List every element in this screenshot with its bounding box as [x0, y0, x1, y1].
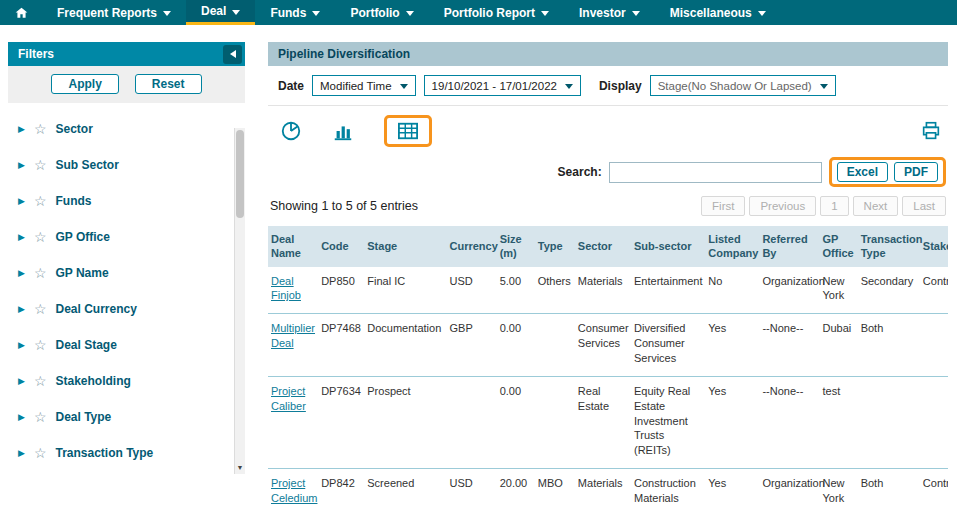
deal-name-link[interactable]: Project Caliber	[271, 385, 306, 412]
printer-icon	[920, 120, 942, 142]
nav-item-portfolio-report[interactable]: Portfolio Report	[429, 0, 564, 25]
search-input[interactable]	[609, 162, 822, 183]
star-icon[interactable]: ☆	[34, 122, 47, 136]
pagination-first[interactable]: First	[701, 196, 745, 216]
sidebar-scrollbar[interactable]: ▼	[234, 128, 245, 474]
expand-arrow-icon[interactable]: ▶	[18, 377, 25, 386]
table-cell: MBO	[535, 469, 575, 511]
chevron-down-icon	[541, 11, 549, 16]
nav-item-label: Funds	[270, 6, 306, 20]
expand-arrow-icon[interactable]: ▶	[18, 449, 25, 458]
expand-arrow-icon[interactable]: ▶	[18, 233, 25, 242]
filter-item-gp-office[interactable]: ▶☆GP Office	[8, 219, 245, 255]
nav-item-label: Miscellaneous	[670, 6, 752, 20]
apply-button[interactable]: Apply	[51, 74, 118, 94]
filter-label: Sub Sector	[55, 158, 118, 172]
table-cell: Materials	[575, 469, 631, 511]
deal-name-link[interactable]: Project Celedium	[271, 477, 317, 504]
bar-chart-view-button[interactable]	[332, 120, 354, 142]
column-header-sub-sector[interactable]: Sub-sector	[631, 226, 705, 267]
table-row: Multiplier DealDP7468DocumentationGBP0.0…	[268, 314, 948, 377]
filter-item-sub-sector[interactable]: ▶☆Sub Sector	[8, 147, 245, 183]
search-label: Search:	[558, 165, 602, 179]
filter-item-transaction-type[interactable]: ▶☆Transaction Type	[8, 435, 245, 471]
column-header-type[interactable]: Type	[535, 226, 575, 267]
pie-chart-view-button[interactable]	[280, 120, 302, 142]
scrollbar-thumb[interactable]	[236, 130, 244, 218]
filter-item-deal-currency[interactable]: ▶☆Deal Currency	[8, 291, 245, 327]
column-header-currency[interactable]: Currency	[447, 226, 497, 267]
column-header-referred-by[interactable]: Referred By	[759, 226, 819, 267]
star-icon[interactable]: ☆	[34, 194, 47, 208]
column-header-code[interactable]: Code	[318, 226, 364, 267]
table-cell: Secondary	[858, 267, 920, 314]
table-cell: Deal Finjob	[268, 267, 318, 314]
nav-item-portfolio[interactable]: Portfolio	[335, 0, 428, 25]
star-icon[interactable]: ☆	[34, 230, 47, 244]
table-cell: DP7468	[318, 314, 364, 377]
column-header-gp-office[interactable]: GP Office	[820, 226, 858, 267]
expand-arrow-icon[interactable]: ▶	[18, 413, 25, 422]
star-icon[interactable]: ☆	[34, 338, 47, 352]
column-header-size-m[interactable]: Size (m)	[497, 226, 535, 267]
expand-arrow-icon[interactable]: ▶	[18, 305, 25, 314]
table-cell: --None--	[759, 314, 819, 377]
table-cell: test	[820, 376, 858, 468]
display-dropdown[interactable]: Stage(No Shadow Or Lapsed)	[650, 75, 836, 96]
table-view-button[interactable]	[397, 121, 419, 141]
table-cell: Diversified Consumer Services	[631, 314, 705, 377]
column-header-deal-name[interactable]: Deal Name	[268, 226, 318, 267]
nav-item-investor[interactable]: Investor	[564, 0, 655, 25]
column-header-stage[interactable]: Stage	[364, 226, 446, 267]
deal-name-link[interactable]: Deal Finjob	[271, 275, 301, 302]
star-icon[interactable]: ☆	[34, 266, 47, 280]
date-type-dropdown[interactable]: Modified Time	[312, 75, 416, 96]
column-header-listed-company[interactable]: Listed Company	[705, 226, 759, 267]
table-cell: DP850	[318, 267, 364, 314]
table-cell: Both	[858, 469, 920, 511]
scroll-down-button[interactable]: ▼	[235, 460, 245, 474]
filter-item-sector[interactable]: ▶☆Sector	[8, 111, 245, 147]
filter-item-funds[interactable]: ▶☆Funds	[8, 183, 245, 219]
expand-arrow-icon[interactable]: ▶	[18, 341, 25, 350]
home-button[interactable]	[0, 0, 42, 25]
pdf-export-button[interactable]: PDF	[894, 162, 938, 182]
nav-item-deal[interactable]: Deal	[186, 0, 255, 25]
reset-button[interactable]: Reset	[135, 74, 202, 94]
date-range-dropdown[interactable]: 19/10/2021 - 17/01/2022	[424, 75, 581, 96]
deal-name-link[interactable]: Multiplier Deal	[271, 322, 315, 349]
chevron-down-icon	[758, 11, 766, 16]
expand-arrow-icon[interactable]: ▶	[18, 197, 25, 206]
table-cell: Control	[920, 469, 948, 511]
collapse-filters-button[interactable]	[223, 45, 242, 64]
nav-item-funds[interactable]: Funds	[255, 0, 335, 25]
date-type-value: Modified Time	[320, 80, 392, 92]
nav-item-frequent-reports[interactable]: Frequent Reports	[42, 0, 186, 25]
column-header-stakeh[interactable]: Stakeh	[920, 226, 948, 267]
star-icon[interactable]: ☆	[34, 302, 47, 316]
star-icon[interactable]: ☆	[34, 374, 47, 388]
star-icon[interactable]: ☆	[34, 410, 47, 424]
pagination-next[interactable]: Next	[853, 196, 899, 216]
filter-label: Deal Currency	[55, 302, 136, 316]
pagination-1[interactable]: 1	[820, 196, 848, 216]
filter-item-deal-stage[interactable]: ▶☆Deal Stage	[8, 327, 245, 363]
filter-item-stakeholding[interactable]: ▶☆Stakeholding	[8, 363, 245, 399]
expand-arrow-icon[interactable]: ▶	[18, 125, 25, 134]
nav-item-miscellaneous[interactable]: Miscellaneous	[655, 0, 781, 25]
print-button[interactable]	[920, 120, 942, 142]
column-header-sector[interactable]: Sector	[575, 226, 631, 267]
filter-label: Stakeholding	[55, 374, 130, 388]
star-icon[interactable]: ☆	[34, 158, 47, 172]
filter-item-deal-type[interactable]: ▶☆Deal Type	[8, 399, 245, 435]
column-header-transaction-type[interactable]: Transaction Type	[858, 226, 920, 267]
pagination-last[interactable]: Last	[902, 196, 946, 216]
pagination-previous[interactable]: Previous	[749, 196, 816, 216]
expand-arrow-icon[interactable]: ▶	[18, 269, 25, 278]
search-row: Search: Excel PDF	[268, 153, 948, 191]
expand-arrow-icon[interactable]: ▶	[18, 161, 25, 170]
filters-panel: Filters Apply Reset ▶☆Sector▶☆Sub Sector…	[8, 42, 245, 474]
excel-export-button[interactable]: Excel	[837, 162, 888, 182]
filter-item-gp-name[interactable]: ▶☆GP Name	[8, 255, 245, 291]
star-icon[interactable]: ☆	[34, 446, 47, 460]
